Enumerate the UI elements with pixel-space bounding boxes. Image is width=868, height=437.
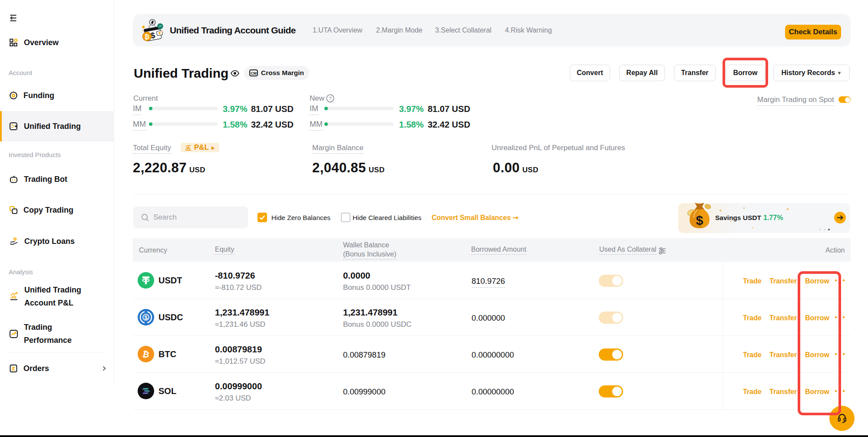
- svg-text:$: $: [696, 213, 703, 227]
- svg-text:$: $: [144, 314, 148, 321]
- svg-text:₿: ₿: [142, 349, 150, 360]
- svg-text:?: ?: [329, 96, 331, 101]
- svg-text:CM: CM: [251, 71, 257, 76]
- svg-text:₿: ₿: [145, 33, 149, 40]
